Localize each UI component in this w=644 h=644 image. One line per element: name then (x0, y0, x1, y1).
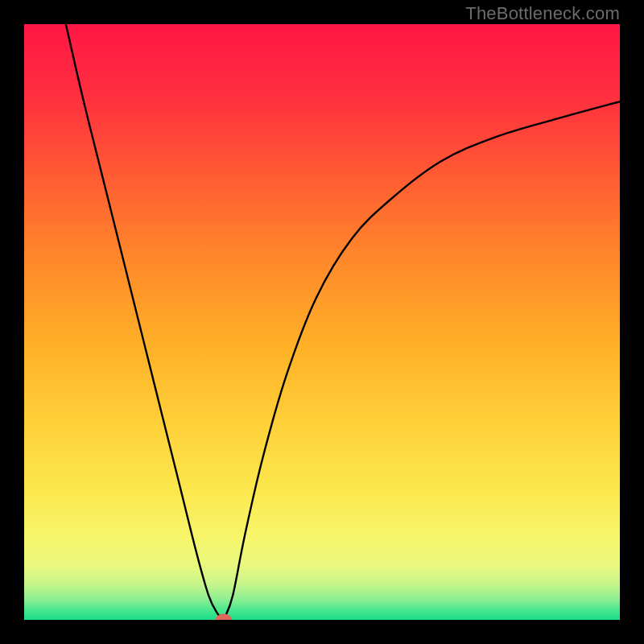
chart-frame: TheBottleneck.com (0, 0, 644, 644)
gradient-background (24, 24, 620, 620)
chart-svg (24, 24, 620, 620)
plot-area (24, 24, 620, 620)
watermark-text: TheBottleneck.com (465, 3, 620, 24)
